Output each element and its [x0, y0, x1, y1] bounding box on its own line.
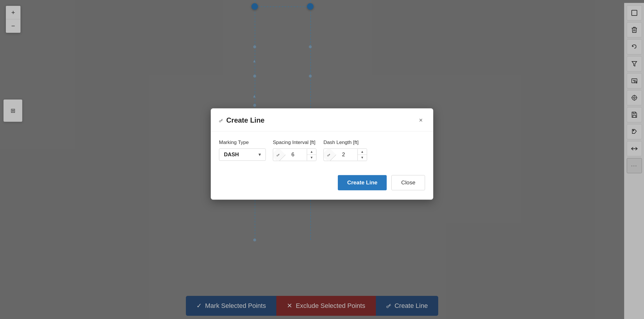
- spacing-interval-input[interactable]: [283, 149, 307, 161]
- create-line-button[interactable]: Create Line: [338, 175, 387, 190]
- dash-length-spinner: ⚷ ▲ ▼: [323, 148, 367, 161]
- marking-type-select[interactable]: DASH SOLID DOTTED: [219, 148, 266, 161]
- marking-type-label: Marking Type: [219, 140, 266, 145]
- dash-length-down[interactable]: ▼: [358, 155, 367, 160]
- modal-key-icon: ⚷: [217, 117, 225, 124]
- modal-header: ⚷ Create Line ×: [211, 108, 433, 131]
- modal-footer: Create Line Close: [211, 175, 433, 190]
- close-button[interactable]: Close: [391, 175, 425, 190]
- spacing-interval-arrows: ▲ ▼: [307, 149, 316, 160]
- marking-type-select-wrap: DASH SOLID DOTTED ▼: [219, 148, 266, 161]
- dash-length-input[interactable]: [334, 149, 357, 161]
- modal-title-row: ⚷ Create Line: [219, 116, 265, 124]
- dash-length-up[interactable]: ▲: [358, 149, 367, 155]
- spacing-interval-up[interactable]: ▲: [307, 149, 316, 155]
- modal-body: Marking Type DASH SOLID DOTTED ▼ Spacing…: [211, 131, 433, 166]
- modal-title: Create Line: [226, 116, 265, 124]
- spacing-interval-down[interactable]: ▼: [307, 155, 316, 160]
- dash-length-group: Dash Length [ft] ⚷ ▲ ▼: [323, 140, 367, 161]
- create-line-modal: ⚷ Create Line × Marking Type DASH SOLID …: [211, 108, 433, 200]
- spacing-interval-spinner: ⚷ ▲ ▼: [273, 148, 316, 161]
- form-row: Marking Type DASH SOLID DOTTED ▼ Spacing…: [219, 140, 425, 161]
- spacing-interval-label: Spacing Interval [ft]: [273, 140, 316, 145]
- modal-close-button[interactable]: ×: [417, 115, 425, 125]
- spacing-interval-group: Spacing Interval [ft] ⚷ ▲ ▼: [273, 140, 316, 161]
- dash-length-arrows: ▲ ▼: [357, 149, 367, 160]
- marking-type-group: Marking Type DASH SOLID DOTTED ▼: [219, 140, 266, 161]
- dash-length-label: Dash Length [ft]: [323, 140, 367, 145]
